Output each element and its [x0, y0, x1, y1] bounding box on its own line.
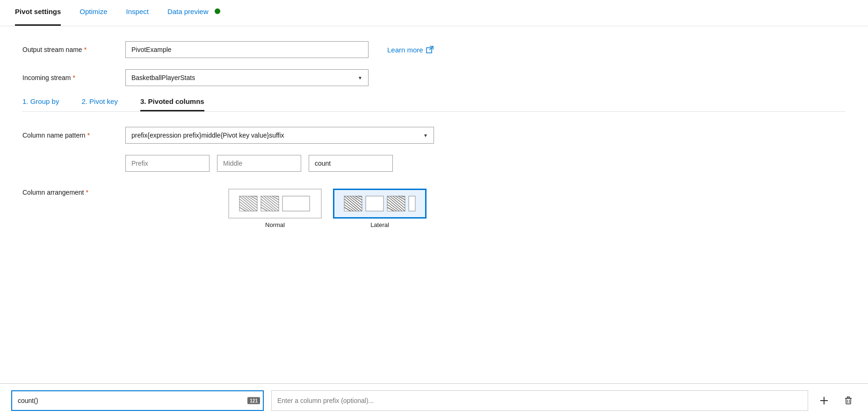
- svg-rect-36: [366, 196, 383, 211]
- column-prefix-input[interactable]: [271, 390, 808, 411]
- column-arrangement-section: Column arrangement*: [22, 185, 846, 228]
- prefix-input[interactable]: [125, 155, 210, 172]
- pivoted-columns-content: Column name pattern* prefix{expression p…: [22, 127, 846, 228]
- middle-input[interactable]: [217, 155, 301, 172]
- expression-input-container: 121: [11, 390, 264, 411]
- output-stream-label: Output stream name*: [22, 46, 125, 53]
- trash-icon: [843, 395, 854, 406]
- tab-optimize[interactable]: Optimize: [80, 0, 107, 26]
- data-preview-status-dot: [215, 8, 220, 14]
- pattern-dropdown-arrow-icon: ▼: [423, 133, 428, 138]
- learn-more-label: Learn more: [387, 46, 423, 54]
- incoming-stream-required: *: [72, 74, 75, 81]
- bottom-bar: 121: [0, 383, 868, 417]
- incoming-stream-dropdown[interactable]: BasketballPlayerStats ▼: [125, 69, 369, 86]
- column-name-pattern-required: *: [87, 132, 90, 139]
- plus-icon: [819, 395, 829, 406]
- svg-line-1: [429, 46, 433, 50]
- pattern-sub-inputs: [125, 155, 846, 172]
- arrangement-option-lateral[interactable]: Lateral: [333, 189, 427, 228]
- svg-rect-51: [846, 398, 851, 404]
- dropdown-arrow-icon: ▼: [358, 75, 362, 80]
- output-stream-row: Output stream name* Learn more: [22, 41, 846, 58]
- arrangement-box-normal: [228, 189, 322, 219]
- section-tabs-container: 1. Group by 2. Pivot key 3. Pivoted colu…: [22, 97, 846, 112]
- main-content: Output stream name* Learn more Incoming …: [0, 26, 868, 255]
- expression-input[interactable]: [11, 390, 264, 411]
- tab-data-preview[interactable]: Data preview: [167, 0, 221, 26]
- arrangement-option-normal[interactable]: Normal: [228, 189, 322, 228]
- output-stream-required: *: [84, 46, 87, 53]
- add-row-button[interactable]: [816, 392, 832, 409]
- incoming-stream-value: BasketballPlayerStats: [131, 74, 195, 81]
- arrangement-box-lateral: [333, 189, 427, 219]
- arrangement-lateral-label: Lateral: [370, 221, 389, 228]
- tab-pivot-settings[interactable]: Pivot settings: [15, 0, 61, 26]
- column-name-pattern-dropdown[interactable]: prefix{expression prefix}middle{Pivot ke…: [125, 127, 434, 144]
- expression-badge: 121: [247, 397, 260, 404]
- column-name-pattern-label: Column name pattern*: [22, 132, 125, 139]
- learn-more-link[interactable]: Learn more: [387, 46, 434, 54]
- svg-rect-24: [282, 196, 310, 211]
- column-arrangement-label: Column arrangement*: [22, 185, 125, 196]
- output-stream-input[interactable]: [125, 41, 369, 58]
- top-tabs-container: Pivot settings Optimize Inspect Data pre…: [0, 0, 868, 26]
- arrangement-options: Normal: [228, 189, 427, 228]
- incoming-stream-label: Incoming stream*: [22, 74, 125, 81]
- section-tab-pivot-key[interactable]: 2. Pivot key: [81, 97, 118, 111]
- normal-arrangement-icon: [238, 193, 312, 214]
- section-tab-group-by[interactable]: 1. Group by: [22, 97, 59, 111]
- lateral-arrangement-icon: [342, 193, 417, 214]
- section-tab-pivoted-columns[interactable]: 3. Pivoted columns: [140, 97, 204, 111]
- delete-row-button[interactable]: [840, 392, 857, 409]
- column-arrangement-required: *: [86, 189, 88, 196]
- tab-inspect[interactable]: Inspect: [126, 0, 149, 26]
- external-link-icon: [426, 46, 434, 53]
- column-name-pattern-value: prefix{expression prefix}middle{Pivot ke…: [131, 132, 284, 139]
- incoming-stream-row: Incoming stream* BasketballPlayerStats ▼: [22, 69, 846, 86]
- arrangement-normal-label: Normal: [265, 221, 285, 228]
- svg-rect-48: [409, 196, 415, 211]
- data-preview-label: Data preview: [167, 7, 209, 15]
- suffix-input[interactable]: [309, 155, 393, 172]
- column-name-pattern-row: Column name pattern* prefix{expression p…: [22, 127, 846, 144]
